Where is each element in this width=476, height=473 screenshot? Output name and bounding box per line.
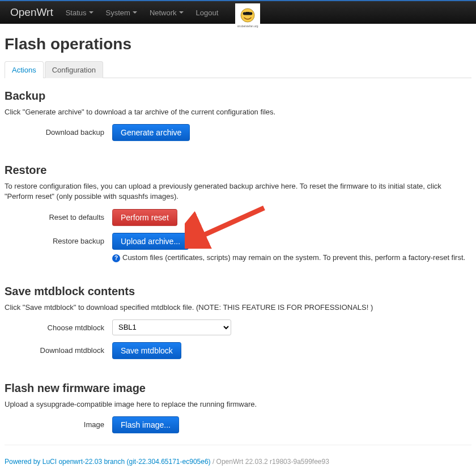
svg-rect-1 — [243, 12, 253, 15]
nav-status[interactable]: Status — [66, 8, 94, 17]
brand-link[interactable]: OpenWrt — [10, 6, 53, 19]
restore-desc: To restore configuration files, you can … — [5, 181, 471, 202]
nav-logout[interactable]: Logout — [196, 8, 219, 17]
footer-version: OpenWrt 22.03.2 r19803-9a599fee93 — [216, 458, 329, 466]
flash-image-label: Image — [5, 416, 112, 429]
mtdblock-desc: Click "Save mtdblock" to download specif… — [5, 302, 471, 313]
download-backup-label: Download backup — [5, 124, 112, 137]
page-title: Flash operations — [5, 35, 471, 53]
backup-desc: Click "Generate archive" to download a t… — [5, 107, 471, 117]
mtdblock-select[interactable]: SBL1 — [112, 319, 231, 335]
restore-hint: ? Custom files (certificates, scripts) m… — [112, 253, 471, 262]
choose-mtdblock-label: Choose mtdblock — [5, 319, 112, 332]
upload-archive-button[interactable]: Upload archive... — [112, 233, 189, 250]
nav-network[interactable]: Network — [150, 8, 184, 17]
restore-heading: Restore — [5, 164, 471, 177]
nav-system[interactable]: System — [106, 8, 137, 17]
flash-desc: Upload a sysupgrade-compatible image her… — [5, 399, 471, 410]
perform-reset-button[interactable]: Perform reset — [112, 209, 177, 226]
footer-luci-link[interactable]: Powered by LuCI openwrt-22.03 branch (gi… — [5, 458, 211, 466]
avatar: strobelstefan.org — [235, 3, 260, 28]
caret-down-icon — [133, 11, 137, 14]
caret-down-icon — [179, 11, 184, 14]
divider — [5, 445, 471, 445]
footer: Powered by LuCI openwrt-22.03 branch (gi… — [0, 455, 476, 472]
caret-down-icon — [89, 11, 94, 14]
svg-rect-2 — [246, 12, 249, 12]
info-icon: ? — [112, 254, 120, 262]
reset-defaults-label: Reset to defaults — [5, 209, 112, 221]
svg-point-0 — [241, 8, 254, 22]
backup-heading: Backup — [5, 90, 471, 103]
avatar-caption: strobelstefan.org — [237, 24, 258, 28]
tabs: Actions Configuration — [5, 61, 471, 78]
save-mtdblock-button[interactable]: Save mtdblock — [112, 342, 181, 359]
smiley-icon — [239, 7, 256, 24]
navbar: OpenWrt Status System Network Logout str… — [0, 1, 476, 24]
generate-archive-button[interactable]: Generate archive — [112, 124, 190, 141]
flash-heading: Flash new firmware image — [5, 382, 471, 395]
mtdblock-heading: Save mtdblock contents — [5, 285, 471, 298]
restore-backup-label: Restore backup — [5, 233, 112, 245]
download-mtdblock-label: Download mtdblock — [5, 342, 112, 355]
tab-configuration[interactable]: Configuration — [45, 61, 103, 78]
tab-actions[interactable]: Actions — [5, 61, 44, 78]
flash-image-button[interactable]: Flash image... — [112, 416, 179, 433]
main-container: Flash operations Actions Configuration B… — [0, 24, 476, 455]
